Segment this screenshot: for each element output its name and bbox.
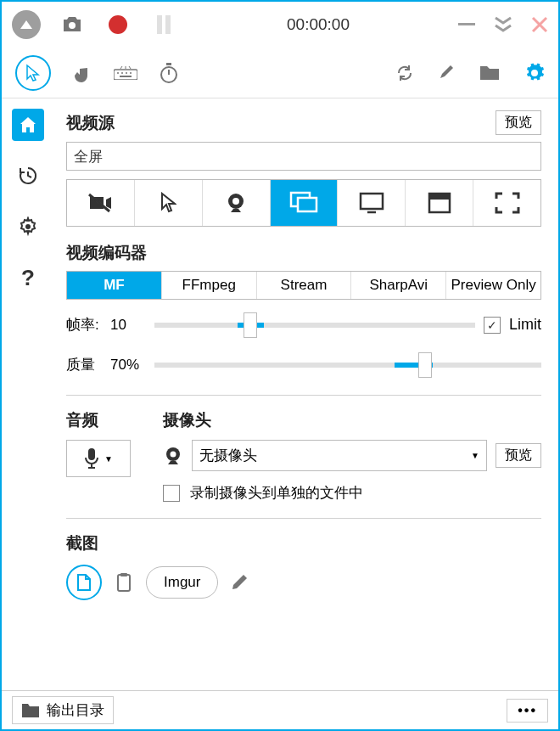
quality-slider[interactable] [154,363,541,368]
hand-tool[interactable] [73,62,92,84]
cursor-tool[interactable] [15,55,51,91]
camera-column: 摄像头 无摄像头 ▼ 预览 录制摄像头到单独的文件中 [163,409,541,511]
quality-row: 质量 70% [66,355,541,374]
clipboard-icon [115,572,132,593]
sidenav-history[interactable] [12,160,44,192]
quality-slider-thumb[interactable] [418,352,432,378]
fps-slider-thumb[interactable] [244,312,257,338]
encoder-tab-stream[interactable]: Stream [257,272,352,299]
svg-rect-17 [298,198,316,211]
gear-icon [18,216,38,237]
keyboard-icon [114,66,137,80]
svg-point-24 [171,451,176,457]
monitor-icon [359,192,384,214]
sidenav: ? [2,98,54,690]
svg-point-11 [25,224,31,229]
output-folder-label: 输出目录 [47,700,104,720]
screenshot-button[interactable] [58,10,87,39]
fps-value: 10 [110,317,146,334]
gear-icon [524,63,545,83]
screens-icon [289,191,318,215]
svg-point-5 [126,72,127,74]
sidenav-home[interactable] [12,109,44,141]
source-region[interactable] [473,180,540,226]
cursor-icon [160,192,176,214]
expand-button[interactable] [494,16,512,33]
source-webcam[interactable] [203,180,271,226]
pause-button[interactable] [149,10,178,39]
minimize-button[interactable] [458,23,475,26]
limit-label: Limit [509,316,541,334]
screenshot-edit-button[interactable] [232,573,249,592]
screenshot-row: Imgur [66,565,541,600]
titlebar-left [12,10,178,39]
encoder-tab-sharpavi[interactable]: SharpAvi [351,272,446,299]
settings-button[interactable] [524,63,545,83]
collapse-button[interactable] [12,10,41,39]
chevron-down-icon: ▼ [471,451,479,460]
triangle-up-icon [20,20,32,29]
source-screens[interactable] [271,180,339,226]
content: 视频源 预览 视频编码器 MF FFmpeg Stream SharpAvi P… [54,98,558,690]
video-source-input[interactable] [66,142,541,171]
pencil-icon [232,573,249,592]
close-icon [531,16,548,33]
audio-title: 音频 [66,409,143,431]
sidenav-settings[interactable] [12,211,44,243]
keyboard-tool[interactable] [114,66,137,80]
camera-title: 摄像头 [163,409,541,431]
folder-button[interactable] [479,65,501,82]
source-novideo[interactable] [67,180,135,226]
fps-slider[interactable] [154,323,475,328]
limit-checkbox[interactable]: ✓ [484,317,501,334]
screenshot-disk-button[interactable] [66,565,102,600]
file-icon [76,573,92,592]
sidenav-help[interactable]: ? [12,261,44,294]
camera-preview-button[interactable]: 预览 [496,443,541,468]
webcam-icon [225,192,247,214]
camera-select[interactable]: 无摄像头 ▼ [192,440,487,471]
source-window[interactable] [406,180,473,226]
svg-rect-2 [114,70,137,80]
video-source-preview-button[interactable]: 预览 [496,110,541,135]
audio-camera-row: 音频 ▼ 摄像头 无摄像头 ▼ 预览 录制摄像头 [66,409,541,511]
quality-value: 70% [110,357,146,374]
svg-point-4 [121,72,123,74]
mic-icon [84,447,99,470]
record-icon [109,15,127,34]
folder-icon [479,65,501,82]
output-folder-button[interactable]: 输出目录 [12,696,114,724]
history-icon [18,166,38,186]
fps-row: 帧率: 10 ✓ Limit [66,315,541,335]
hand-icon [73,62,92,84]
encoder-title: 视频编码器 [66,242,541,264]
refresh-icon [395,64,414,82]
svg-point-3 [117,72,119,74]
chevron-down-icon: ▼ [104,454,113,464]
camera-separate-checkbox[interactable] [163,485,180,502]
timer-tool[interactable] [160,63,178,83]
audio-mic-button[interactable]: ▼ [66,440,131,477]
source-cursor[interactable] [135,180,203,226]
screenshot-imgur-button[interactable]: Imgur [146,566,218,599]
svg-rect-26 [120,573,127,576]
video-source-header: 视频源 预览 [66,110,541,135]
camera-select-value: 无摄像头 [199,446,257,465]
refresh-button[interactable] [395,64,414,82]
screenshot-clipboard-button[interactable] [115,572,132,593]
source-monitor[interactable] [338,180,406,226]
timer-display: 00:00:00 [178,15,458,34]
encoder-tab-ffmpeg[interactable]: FFmpeg [162,272,257,299]
fps-label: 帧率: [66,315,102,335]
encoder-tab-preview[interactable]: Preview Only [446,272,540,299]
webcam-icon [163,446,183,466]
cursor-icon [25,64,41,82]
titlebar-right [458,16,548,33]
more-button[interactable]: ••• [507,699,548,723]
encoder-tab-mf[interactable]: MF [67,272,162,299]
close-button[interactable] [531,16,548,33]
brush-button[interactable] [438,64,455,82]
svg-rect-18 [361,194,383,209]
record-button[interactable] [104,10,132,39]
stopwatch-icon [160,63,178,83]
